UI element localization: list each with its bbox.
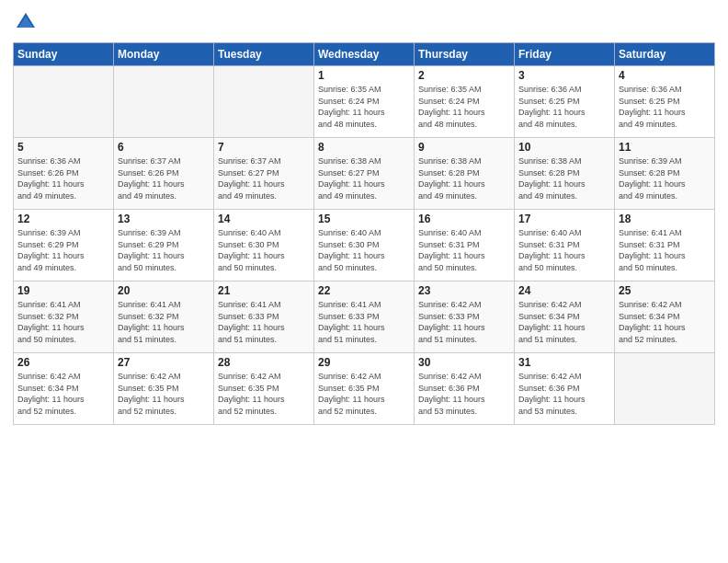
day-number: 1 xyxy=(318,69,410,82)
calendar-cell: 25Sunrise: 6:42 AM Sunset: 6:34 PM Dayli… xyxy=(615,282,715,353)
logo xyxy=(13,9,42,35)
day-info: Sunrise: 6:42 AM Sunset: 6:36 PM Dayligh… xyxy=(418,371,510,417)
day-info: Sunrise: 6:41 AM Sunset: 6:32 PM Dayligh… xyxy=(118,299,210,345)
weekday-header-tuesday: Tuesday xyxy=(214,43,314,66)
day-info: Sunrise: 6:37 AM Sunset: 6:26 PM Dayligh… xyxy=(118,155,210,201)
day-info: Sunrise: 6:39 AM Sunset: 6:28 PM Dayligh… xyxy=(619,155,711,201)
day-info: Sunrise: 6:38 AM Sunset: 6:28 PM Dayligh… xyxy=(518,155,610,201)
day-info: Sunrise: 6:42 AM Sunset: 6:33 PM Dayligh… xyxy=(418,299,510,345)
day-info: Sunrise: 6:40 AM Sunset: 6:31 PM Dayligh… xyxy=(418,227,510,273)
calendar-cell: 30Sunrise: 6:42 AM Sunset: 6:36 PM Dayli… xyxy=(415,353,515,425)
day-number: 20 xyxy=(118,284,210,297)
calendar-cell: 18Sunrise: 6:41 AM Sunset: 6:31 PM Dayli… xyxy=(615,210,715,282)
day-info: Sunrise: 6:38 AM Sunset: 6:28 PM Dayligh… xyxy=(418,155,510,201)
calendar-cell: 8Sunrise: 6:38 AM Sunset: 6:27 PM Daylig… xyxy=(314,138,415,210)
day-number: 19 xyxy=(17,284,109,297)
page: SundayMondayTuesdayWednesdayThursdayFrid… xyxy=(0,0,728,563)
week-row-3: 12Sunrise: 6:39 AM Sunset: 6:29 PM Dayli… xyxy=(14,210,715,282)
weekday-header-saturday: Saturday xyxy=(615,43,715,66)
day-info: Sunrise: 6:35 AM Sunset: 6:24 PM Dayligh… xyxy=(418,84,510,130)
weekday-header-wednesday: Wednesday xyxy=(314,43,415,66)
day-number: 31 xyxy=(518,356,610,369)
day-info: Sunrise: 6:42 AM Sunset: 6:34 PM Dayligh… xyxy=(17,371,109,417)
day-info: Sunrise: 6:39 AM Sunset: 6:29 PM Dayligh… xyxy=(118,227,210,273)
day-info: Sunrise: 6:42 AM Sunset: 6:34 PM Dayligh… xyxy=(518,299,610,345)
calendar-cell: 16Sunrise: 6:40 AM Sunset: 6:31 PM Dayli… xyxy=(415,210,515,282)
day-number: 30 xyxy=(418,356,510,369)
day-info: Sunrise: 6:41 AM Sunset: 6:31 PM Dayligh… xyxy=(619,227,711,273)
day-info: Sunrise: 6:42 AM Sunset: 6:35 PM Dayligh… xyxy=(318,371,410,417)
calendar-cell: 19Sunrise: 6:41 AM Sunset: 6:32 PM Dayli… xyxy=(14,282,114,353)
day-info: Sunrise: 6:35 AM Sunset: 6:24 PM Dayligh… xyxy=(318,84,410,130)
header xyxy=(13,9,715,35)
day-info: Sunrise: 6:38 AM Sunset: 6:27 PM Dayligh… xyxy=(318,155,410,201)
day-info: Sunrise: 6:41 AM Sunset: 6:32 PM Dayligh… xyxy=(17,299,109,345)
day-info: Sunrise: 6:42 AM Sunset: 6:34 PM Dayligh… xyxy=(619,299,711,345)
calendar-cell: 26Sunrise: 6:42 AM Sunset: 6:34 PM Dayli… xyxy=(14,353,114,425)
calendar-cell: 3Sunrise: 6:36 AM Sunset: 6:25 PM Daylig… xyxy=(515,66,615,138)
day-number: 25 xyxy=(619,284,711,297)
day-info: Sunrise: 6:42 AM Sunset: 6:35 PM Dayligh… xyxy=(218,371,310,417)
day-number: 22 xyxy=(318,284,410,297)
calendar-cell: 23Sunrise: 6:42 AM Sunset: 6:33 PM Dayli… xyxy=(415,282,515,353)
day-number: 27 xyxy=(118,356,210,369)
day-number: 7 xyxy=(218,141,310,154)
calendar-cell: 1Sunrise: 6:35 AM Sunset: 6:24 PM Daylig… xyxy=(314,66,415,138)
calendar-cell: 10Sunrise: 6:38 AM Sunset: 6:28 PM Dayli… xyxy=(515,138,615,210)
day-number: 3 xyxy=(518,69,610,82)
calendar-cell: 9Sunrise: 6:38 AM Sunset: 6:28 PM Daylig… xyxy=(415,138,515,210)
weekday-header-thursday: Thursday xyxy=(415,43,515,66)
calendar-cell: 5Sunrise: 6:36 AM Sunset: 6:26 PM Daylig… xyxy=(14,138,114,210)
calendar-cell: 12Sunrise: 6:39 AM Sunset: 6:29 PM Dayli… xyxy=(14,210,114,282)
weekday-header-sunday: Sunday xyxy=(14,43,114,66)
week-row-5: 26Sunrise: 6:42 AM Sunset: 6:34 PM Dayli… xyxy=(14,353,715,425)
weekday-header-row: SundayMondayTuesdayWednesdayThursdayFrid… xyxy=(14,43,715,66)
calendar-cell xyxy=(114,66,214,138)
day-info: Sunrise: 6:36 AM Sunset: 6:26 PM Dayligh… xyxy=(17,155,109,201)
day-info: Sunrise: 6:40 AM Sunset: 6:30 PM Dayligh… xyxy=(218,227,310,273)
day-number: 6 xyxy=(118,141,210,154)
day-info: Sunrise: 6:42 AM Sunset: 6:35 PM Dayligh… xyxy=(118,371,210,417)
day-number: 10 xyxy=(518,141,610,154)
day-number: 28 xyxy=(218,356,310,369)
calendar-cell: 7Sunrise: 6:37 AM Sunset: 6:27 PM Daylig… xyxy=(214,138,314,210)
day-info: Sunrise: 6:40 AM Sunset: 6:31 PM Dayligh… xyxy=(518,227,610,273)
calendar-cell xyxy=(214,66,314,138)
calendar-cell: 14Sunrise: 6:40 AM Sunset: 6:30 PM Dayli… xyxy=(214,210,314,282)
day-number: 9 xyxy=(418,141,510,154)
calendar-cell: 4Sunrise: 6:36 AM Sunset: 6:25 PM Daylig… xyxy=(615,66,715,138)
day-number: 13 xyxy=(118,213,210,225)
week-row-2: 5Sunrise: 6:36 AM Sunset: 6:26 PM Daylig… xyxy=(14,138,715,210)
day-info: Sunrise: 6:41 AM Sunset: 6:33 PM Dayligh… xyxy=(318,299,410,345)
day-number: 2 xyxy=(418,69,510,82)
day-number: 16 xyxy=(418,213,510,225)
day-number: 26 xyxy=(17,356,109,369)
calendar-cell: 20Sunrise: 6:41 AM Sunset: 6:32 PM Dayli… xyxy=(114,282,214,353)
calendar-cell: 17Sunrise: 6:40 AM Sunset: 6:31 PM Dayli… xyxy=(515,210,615,282)
day-number: 12 xyxy=(17,213,109,225)
day-number: 23 xyxy=(418,284,510,297)
logo-icon xyxy=(13,9,39,35)
day-number: 4 xyxy=(619,69,711,82)
day-info: Sunrise: 6:36 AM Sunset: 6:25 PM Dayligh… xyxy=(619,84,711,130)
day-number: 11 xyxy=(619,141,711,154)
day-info: Sunrise: 6:40 AM Sunset: 6:30 PM Dayligh… xyxy=(318,227,410,273)
week-row-1: 1Sunrise: 6:35 AM Sunset: 6:24 PM Daylig… xyxy=(14,66,715,138)
day-number: 14 xyxy=(218,213,310,225)
calendar-cell: 27Sunrise: 6:42 AM Sunset: 6:35 PM Dayli… xyxy=(114,353,214,425)
weekday-header-friday: Friday xyxy=(515,43,615,66)
calendar-table: SundayMondayTuesdayWednesdayThursdayFrid… xyxy=(13,42,715,425)
calendar-cell: 29Sunrise: 6:42 AM Sunset: 6:35 PM Dayli… xyxy=(314,353,415,425)
calendar-cell: 6Sunrise: 6:37 AM Sunset: 6:26 PM Daylig… xyxy=(114,138,214,210)
day-number: 15 xyxy=(318,213,410,225)
week-row-4: 19Sunrise: 6:41 AM Sunset: 6:32 PM Dayli… xyxy=(14,282,715,353)
calendar-cell xyxy=(14,66,114,138)
calendar-cell: 22Sunrise: 6:41 AM Sunset: 6:33 PM Dayli… xyxy=(314,282,415,353)
day-info: Sunrise: 6:36 AM Sunset: 6:25 PM Dayligh… xyxy=(518,84,610,130)
calendar-cell: 2Sunrise: 6:35 AM Sunset: 6:24 PM Daylig… xyxy=(415,66,515,138)
day-number: 21 xyxy=(218,284,310,297)
weekday-header-monday: Monday xyxy=(114,43,214,66)
day-number: 5 xyxy=(17,141,109,154)
day-number: 24 xyxy=(518,284,610,297)
day-info: Sunrise: 6:39 AM Sunset: 6:29 PM Dayligh… xyxy=(17,227,109,273)
